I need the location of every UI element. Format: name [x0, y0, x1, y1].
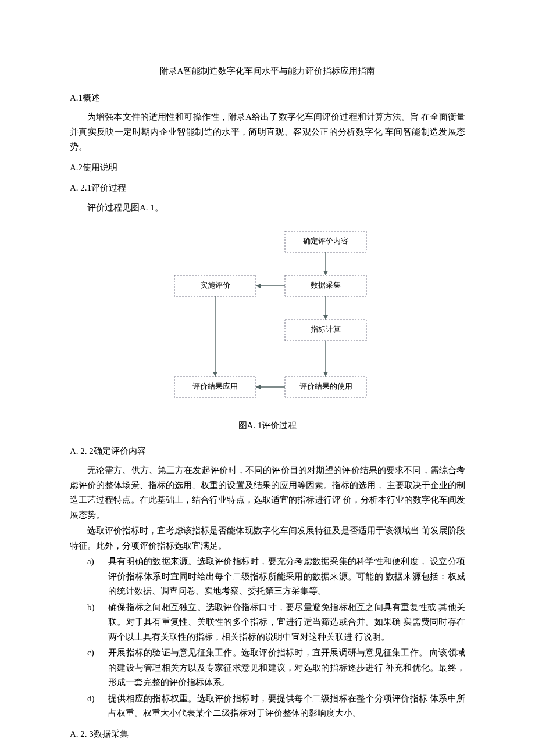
diagram-box-indicator-calculation: 指标计算: [310, 325, 341, 334]
diagram-box-result-use: 评价结果的使用: [299, 382, 352, 390]
page: 附录A智能制造数字化车间水平与能力评价指标应用指南 A.1概述 为增强本文件的适…: [0, 0, 535, 756]
list-item-text: 确保指标之间相互独立。选取评价指标口寸，要尽量避免指标相互之间具有重复性或 其他…: [108, 603, 465, 642]
diagram-svg: .box { fill:#fff; stroke:#778; stroke-wi…: [145, 225, 390, 411]
section-a1-body: 为增强本文件的适用性和可操作性，附录A给出了数字化车间评价过程和计算方法。旨 在…: [70, 110, 465, 155]
list-item: a)具有明确的数据来源。选取评价指标时，要充分考虑数据采集的科学性和便利度， 设…: [87, 554, 465, 599]
section-a2-heading: A.2使用说明: [70, 160, 465, 175]
diagram-box-determine-content: 确定评价内容: [302, 237, 348, 245]
list-item: c)开展指标的验证与意见征集工作。选取评价指标时，宜开展调研与意见征集工作。 向…: [87, 646, 465, 690]
document-title: 附录A智能制造数字化车间水平与能力评价指标应用指南: [70, 64, 465, 79]
section-a2-2-heading: A. 2. 2确定评价内容: [70, 444, 465, 459]
section-a2-2-p1: 无论需方、供方、第三方在发起评价时，不同的评价目的对期望的评价结果的要求不同，需…: [70, 463, 465, 522]
diagram-caption: 图A. 1评价过程: [70, 418, 465, 433]
list-item: b)确保指标之间相互独立。选取评价指标口寸，要尽量避免指标相互之间具有重复性或 …: [87, 600, 465, 645]
section-a2-1-heading: A. 2.1评价过程: [70, 181, 465, 196]
list-item-text: 具有明确的数据来源。选取评价指标时，要充分考虑数据采集的科学性和便利度， 设立分…: [108, 557, 465, 596]
section-a2-2-p2: 选取评价指标时，宜考虑该指标是否能体现数字化车间发展特征及是否适用于该领域当 前…: [70, 524, 465, 553]
section-a2-1-body: 评价过程见图A. 1。: [70, 200, 465, 216]
diagram-box-data-collection: 数据采集: [311, 281, 341, 289]
list-item-text: 提供相应的指标权重。选取评价指标时，要提供每个二级指标在整个分项评价指标 体系中…: [108, 694, 465, 718]
list-item-marker: d): [87, 691, 95, 707]
list-item-text: 开展指标的验证与意见征集工作。选取评价指标时，宜开展调研与意见征集工作。 向该领…: [108, 648, 465, 687]
diagram-box-implement-evaluation: 实施评价: [200, 281, 230, 289]
diagram-box-application: 评价结果应用: [192, 382, 238, 390]
section-a2-2-list: a)具有明确的数据来源。选取评价指标时，要充分考虑数据采集的科学性和便利度， 设…: [87, 554, 465, 721]
list-item: d)提供相应的指标权重。选取评价指标时，要提供每个二级指标在整个分项评价指标 体…: [87, 691, 465, 721]
list-item-marker: c): [87, 646, 94, 661]
evaluation-process-diagram: .box { fill:#fff; stroke:#778; stroke-wi…: [70, 225, 465, 411]
section-a1-heading: A.1概述: [70, 91, 465, 106]
list-item-marker: b): [87, 600, 95, 615]
section-a2-3-heading: A. 2. 3数据采集: [70, 727, 465, 742]
list-item-marker: a): [87, 554, 94, 569]
